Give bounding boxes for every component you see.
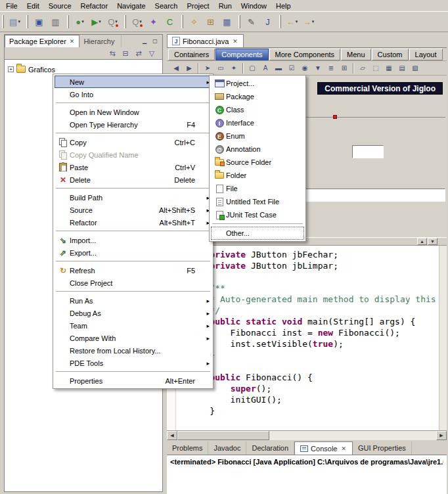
table-tool[interactable]: ⊞ <box>338 62 351 74</box>
menu-item-build-path[interactable]: Build Path▸ <box>55 191 212 204</box>
console-view[interactable]: <terminated> Fibonacci [Java Application… <box>167 455 447 494</box>
menu-project[interactable]: Project <box>182 1 213 11</box>
new-package-button[interactable]: ⊞ <box>202 14 219 30</box>
menu-item-refresh[interactable]: ↻RefreshF5 <box>55 264 212 277</box>
menu-item-properties[interactable]: PropertiesAlt+Enter <box>55 374 212 387</box>
marquee-tool[interactable]: ▭ <box>214 62 227 74</box>
scrollbar-track[interactable] <box>177 431 436 440</box>
menu-item-refactor[interactable]: RefactorAlt+Shift+T▸ <box>55 216 212 229</box>
checkbox-tool[interactable]: ☑ <box>285 62 298 74</box>
menu-item-delete[interactable]: ✕DeleteDelete <box>55 173 212 186</box>
menu-item-source[interactable]: SourceAlt+Shift+S▸ <box>55 204 212 216</box>
menu-item-open-type-hierarchy[interactable]: Open Type HierarchyF4 <box>55 118 212 131</box>
run-button[interactable]: ▶▾ <box>88 14 104 30</box>
menu-item-export[interactable]: ⇗Export... <box>55 246 212 259</box>
menu-item-compare-with[interactable]: Compare With▸ <box>55 332 212 344</box>
selection-handle[interactable] <box>333 115 337 119</box>
menu-item-copy-qualified-name[interactable]: Copy Qualified Name <box>55 148 212 161</box>
menu-item-open-in-new-window[interactable]: Open in New Window <box>55 106 212 118</box>
textfield-tool[interactable]: ▬ <box>272 62 285 74</box>
bottom-tab-problems[interactable]: Problems <box>167 441 208 455</box>
print-button[interactable]: ▥ <box>47 14 64 30</box>
scroll-up-button[interactable]: ▲ <box>417 238 427 245</box>
submenu-item-package[interactable]: Package <box>211 90 304 103</box>
scroll-down-button[interactable]: ▼ <box>428 238 437 245</box>
designer-tab-custom[interactable]: Custom <box>372 49 409 60</box>
menu-refactor[interactable]: Refactor <box>76 1 113 11</box>
view-tab-hierarchy[interactable]: Hierarchy <box>79 35 122 47</box>
collapse-all-button[interactable]: ⊟ <box>119 48 132 58</box>
panel-tool[interactable]: ▱ <box>356 62 369 74</box>
submenu-item-junit-test-case[interactable]: JUnit Test Case <box>211 208 304 221</box>
bottom-tab-console[interactable]: Console✕ <box>294 441 353 455</box>
menu-edit[interactable]: Edit <box>22 1 44 11</box>
menu-run[interactable]: Run <box>214 1 236 11</box>
debug-button[interactable]: ●▾ <box>72 14 88 30</box>
annotate-button[interactable]: ✎ <box>243 14 259 30</box>
menu-item-new[interactable]: New▸ <box>55 76 212 88</box>
choose-bean-tool[interactable]: ✦ <box>227 62 240 74</box>
view-tab-package-explorer[interactable]: Package Explorer✕ <box>5 35 79 47</box>
scroll-left-button[interactable]: ◀ <box>167 431 177 440</box>
list-tool[interactable]: ≣ <box>325 62 338 74</box>
nav-left-button[interactable]: ◀ <box>169 62 183 74</box>
back-forward-button[interactable]: ⇆ <box>106 48 119 58</box>
cursor-tool[interactable]: ➤ <box>201 62 214 74</box>
open-type-button[interactable]: ▦ <box>219 14 235 30</box>
submenu-item-enum[interactable]: EEnum <box>211 129 304 143</box>
bottom-tab-gui-properties[interactable]: GUI Properties <box>353 441 412 455</box>
designer-tab-components[interactable]: Components <box>215 49 268 60</box>
close-icon[interactable]: ✕ <box>340 445 347 452</box>
designer-tab-containers[interactable]: Containers <box>168 49 215 60</box>
maximize-view-button[interactable]: ▢ <box>150 37 160 46</box>
scrollbar-thumb[interactable] <box>177 431 269 440</box>
radio-tool[interactable]: ◉ <box>298 62 311 74</box>
scrollpane-tool[interactable]: ⬚ <box>369 62 382 74</box>
button-tool[interactable]: ▢ <box>246 62 259 74</box>
close-icon[interactable]: ✕ <box>69 38 76 45</box>
external-tools-button[interactable]: Q▾ <box>104 14 121 30</box>
submenu-item-class[interactable]: CClass <box>211 103 304 116</box>
menu-navigate[interactable]: Navigate <box>112 1 150 11</box>
menu-item-paste[interactable]: PasteCtrl+V <box>55 161 212 173</box>
grid-tool[interactable]: ▦ <box>382 62 395 74</box>
combo-tool[interactable]: ▼ <box>311 62 325 74</box>
minimize-view-button[interactable]: ▁ <box>139 37 150 46</box>
menu-item-run-as[interactable]: Run As▸ <box>55 294 212 307</box>
menu-item-import[interactable]: ⇘Import... <box>55 234 212 246</box>
nav-right-button[interactable]: ▶ <box>183 62 196 74</box>
menu-search[interactable]: Search <box>150 1 183 11</box>
form-textfield-preview[interactable] <box>352 145 384 158</box>
tree-expander-icon[interactable]: + <box>8 66 14 72</box>
submenu-item-untitled-text-file[interactable]: Untitled Text File <box>211 195 304 208</box>
bottom-tab-declaration[interactable]: Declaration <box>246 441 294 455</box>
jigloo-editor-button[interactable]: ✦ <box>145 14 162 30</box>
menu-file[interactable]: File <box>1 1 22 11</box>
save-button[interactable]: ▣ <box>31 14 47 30</box>
designer-tab-menu[interactable]: Menu <box>341 49 371 60</box>
submenu-item-project[interactable]: Project... <box>211 77 304 90</box>
menu-window[interactable]: Window <box>236 1 271 11</box>
submenu-item-annotation[interactable]: @Annotation <box>211 143 304 156</box>
menu-help[interactable]: Help <box>271 1 296 11</box>
new-java-class-button[interactable]: C <box>162 14 178 30</box>
editor-tab-fibonacci-java[interactable]: J Fibonacci.java ✕ <box>167 34 244 47</box>
submenu-item-file[interactable]: File <box>211 182 304 195</box>
bottom-tab-javadoc[interactable]: Javadoc <box>208 441 246 455</box>
menu-item-close-project[interactable]: Close Project <box>55 277 212 289</box>
menu-source[interactable]: Source <box>44 1 76 11</box>
run-last-tool-button[interactable]: Q▾ <box>129 14 145 30</box>
submenu-item-other[interactable]: Other... <box>211 227 304 240</box>
forward-button[interactable]: →▾ <box>300 14 317 30</box>
search-button[interactable]: ✧ <box>186 14 202 30</box>
designer-tab-more-components[interactable]: More Components <box>269 49 341 60</box>
back-button[interactable]: ←▾ <box>284 14 300 30</box>
new-wizard-button[interactable]: ▤▾ <box>7 14 23 30</box>
align-tool[interactable]: ▤ <box>395 62 409 74</box>
menu-item-debug-as[interactable]: Debug As▸ <box>55 307 212 319</box>
designer-tab-layout[interactable]: Layout <box>409 49 443 60</box>
submenu-item-interface[interactable]: IInterface <box>211 116 304 129</box>
jigloo-banner[interactable]: Commercial Version of Jigloo <box>317 82 443 95</box>
view-menu-button[interactable]: ▽ <box>145 48 158 58</box>
close-editor-tab-icon[interactable]: ✕ <box>232 38 238 45</box>
